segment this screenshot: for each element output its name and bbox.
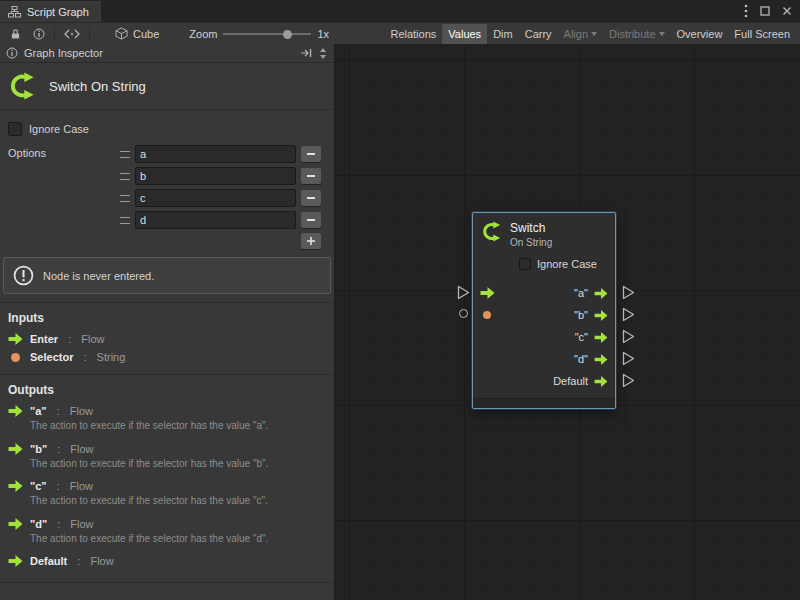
- node-ignore-case-row: Ignore Case: [473, 254, 615, 274]
- align-button-label: Align: [564, 28, 588, 40]
- inspector-title: Graph Inspector: [24, 47, 103, 59]
- node-title: Switch: [510, 221, 552, 235]
- flow-arrow-icon: [8, 443, 23, 455]
- zoom-slider[interactable]: [223, 27, 311, 41]
- lock-icon[interactable]: [4, 28, 27, 40]
- dock-panel-icon[interactable]: [300, 48, 312, 58]
- inputs-section: Inputs Enter : Flow Selector : String: [0, 302, 334, 366]
- output-default: Default : Flow: [0, 552, 334, 570]
- output-d: "d" : Flow: [0, 515, 334, 533]
- remove-option-button[interactable]: [301, 190, 321, 206]
- scroll-up-icon[interactable]: [320, 48, 326, 52]
- inputs-header: Inputs: [0, 303, 334, 330]
- values-button[interactable]: Values: [442, 24, 487, 44]
- option-row: [120, 166, 321, 186]
- switch-on-string-node[interactable]: Switch On String Ignore Case "a" "b": [472, 212, 616, 409]
- dim-button[interactable]: Dim: [487, 24, 519, 44]
- zoom-handle[interactable]: [283, 30, 292, 39]
- drag-handle-icon[interactable]: [120, 217, 130, 224]
- tab-script-graph[interactable]: Script Graph: [0, 1, 101, 22]
- node-ports: "a" "b" "c" "d" Default: [473, 282, 615, 392]
- script-graph-window: Script Graph: [0, 0, 800, 600]
- graph-reference[interactable]: Cube: [115, 27, 159, 40]
- ignore-case-checkbox[interactable]: [8, 122, 22, 136]
- overview-button[interactable]: Overview: [671, 24, 729, 44]
- add-option-button[interactable]: [301, 233, 321, 249]
- outputs-header: Outputs: [0, 375, 334, 402]
- output-a: "a" : Flow: [0, 402, 334, 420]
- flow-arrow-icon: [594, 354, 608, 365]
- options-block: Options: [8, 144, 321, 249]
- node-title: Switch On String: [49, 79, 146, 94]
- toolbar-buttons: Relations Values Dim Carry Align Distrib…: [384, 23, 796, 45]
- toolbar-separator: [89, 27, 90, 41]
- remove-option-button[interactable]: [301, 168, 321, 184]
- scroll-spinner[interactable]: [318, 48, 328, 59]
- selector-port-circle[interactable]: [459, 309, 468, 318]
- toolbar: Cube Zoom 1x Relations Values Dim Carry …: [0, 22, 800, 44]
- port-label: Default: [553, 375, 588, 387]
- enter-port-triangle[interactable]: [457, 285, 470, 300]
- drag-handle-icon[interactable]: [120, 173, 130, 180]
- flow-arrow-icon: [8, 518, 23, 530]
- minus-icon: [307, 175, 315, 177]
- port-label: "c": [575, 331, 588, 343]
- switch-node-icon: [481, 221, 502, 242]
- option-input-c[interactable]: [135, 189, 296, 207]
- ignore-case-row: Ignore Case: [8, 122, 334, 136]
- output-c-description: The action to execute if the selector ha…: [30, 495, 326, 508]
- output-d-description: The action to execute if the selector ha…: [30, 533, 326, 546]
- output-port-a[interactable]: [622, 285, 635, 300]
- zoom-label: Zoom: [189, 28, 217, 40]
- drag-handle-icon[interactable]: [120, 195, 130, 202]
- node-header: Switch On String: [473, 213, 615, 254]
- drag-handle-icon[interactable]: [120, 151, 130, 158]
- window-menu-icon[interactable]: [744, 4, 748, 18]
- relations-button[interactable]: Relations: [384, 24, 442, 44]
- flow-arrow-icon: [8, 333, 23, 345]
- option-input-d[interactable]: [135, 211, 296, 229]
- close-icon[interactable]: [782, 6, 792, 16]
- flow-arrow-icon: [8, 555, 23, 567]
- window-titlebar: Script Graph: [0, 0, 800, 22]
- graph-canvas[interactable]: Switch On String Ignore Case "a" "b": [335, 44, 800, 600]
- carry-button[interactable]: Carry: [519, 24, 558, 44]
- inspector-header: Graph Inspector: [0, 44, 334, 63]
- node-ignore-case-label: Ignore Case: [537, 258, 597, 270]
- minus-icon: [307, 153, 315, 155]
- remove-option-button[interactable]: [301, 212, 321, 228]
- graph-name: Cube: [133, 28, 159, 40]
- options-list: [120, 144, 321, 249]
- align-button[interactable]: Align: [558, 24, 603, 44]
- chevron-down-icon: [659, 32, 665, 36]
- node-footer: [473, 398, 615, 408]
- scroll-down-icon[interactable]: [320, 55, 326, 59]
- flow-arrow-icon: [594, 332, 608, 343]
- input-selector: Selector : String: [0, 348, 334, 366]
- input-enter: Enter : Flow: [0, 330, 334, 348]
- minus-icon: [307, 219, 315, 221]
- output-port-default[interactable]: [622, 373, 635, 388]
- option-row: [120, 144, 321, 164]
- flow-arrow-icon: [594, 288, 608, 299]
- warning-icon: [13, 265, 34, 286]
- distribute-button-label: Distribute: [609, 28, 655, 40]
- maximize-icon[interactable]: [760, 6, 770, 16]
- info-icon[interactable]: [27, 28, 51, 40]
- distribute-button[interactable]: Distribute: [603, 24, 670, 44]
- output-port-b[interactable]: [622, 307, 635, 322]
- option-input-b[interactable]: [135, 167, 296, 185]
- code-preview-icon[interactable]: [58, 29, 86, 39]
- output-port-c[interactable]: [622, 329, 635, 344]
- node-subtitle: On String: [510, 237, 552, 248]
- tab-title: Script Graph: [27, 6, 89, 18]
- zoom-track: [223, 33, 311, 35]
- node-ignore-case-checkbox[interactable]: [519, 258, 531, 270]
- port-row-c: "c": [473, 326, 615, 348]
- option-input-a[interactable]: [135, 145, 296, 163]
- fullscreen-button[interactable]: Full Screen: [728, 24, 796, 44]
- remove-option-button[interactable]: [301, 146, 321, 162]
- warning-text: Node is never entered.: [43, 270, 154, 282]
- warning-box: Node is never entered.: [3, 257, 331, 294]
- output-port-d[interactable]: [622, 351, 635, 366]
